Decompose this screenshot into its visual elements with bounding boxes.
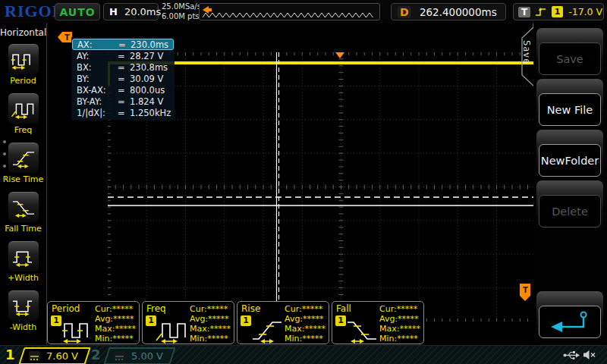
channel-status-bar: 1 7.60 V 2 5.00 V [0,345,607,364]
period-icon [11,49,36,71]
horizontal-measure-menu: Horizontal Period Freq Rise Time [0,24,47,345]
cursor-row-by-ay: BY-AY: = 1.824 V [71,96,175,107]
acquire-status-badge[interactable]: AUTO [55,3,100,20]
usb-icon [563,350,580,360]
oscilloscope-screen: { "top_bar": { "logo": "RIGOL", "acquire… [0,0,607,364]
softkey-return[interactable] [536,291,603,341]
measurement-box-rise[interactable]: Rise 1 Cur:***** Avg:***** Max:***** Min… [237,301,329,344]
trigger-box[interactable]: T 1 -17.0 V [513,3,604,20]
menu-label-period: Period [0,76,46,86]
graticule [108,52,574,322]
softkey-new-file[interactable]: New File [536,79,603,129]
menu-page-dot [3,152,6,155]
channel1-waveform-trace [108,61,574,64]
sound-muted-icon [583,350,596,360]
fall-icon [343,318,378,344]
period-icon [58,318,93,344]
channel1-status[interactable]: 7.60 V [18,347,90,364]
top-status-bar: RIGOL AUTO H 20.0ms 25.0MSa/s 6.00M pts … [0,0,607,25]
menu-label-rise-time: Rise Time [0,174,46,184]
channel2-status[interactable]: 5.00 V [103,347,175,364]
softkey-save[interactable]: Save [536,28,603,78]
trigger-position-marker-icon[interactable] [335,52,344,58]
preview-waveform-icon [201,5,378,20]
memory-depth: 6.00M pts [162,12,201,22]
channel2-scale: 5.00 V [131,350,163,362]
horizontal-label: H [109,6,118,17]
svg-text:T: T [523,286,528,294]
fall-time-icon [11,196,36,219]
channel2-number: 2 [91,347,101,362]
cursor-measurement-panel: AX: = 230.0ms AY: = 28.27 V BX: = 230.8m… [71,37,175,120]
rise-icon [248,318,283,344]
cursor-row-by: BY: = 30.09 V [71,73,175,84]
channel2-coupling-icon [114,351,125,361]
cursor-row-ay: AY: = 28.27 V [71,50,175,61]
trigger-source-chip: 1 [552,6,563,17]
waveform-preview[interactable] [199,3,380,20]
plus-width-icon [11,246,36,268]
delay-label: D [398,6,411,18]
channel1-coupling-icon [29,351,40,361]
menu-item-pos-width[interactable] [8,241,39,271]
channel1-number: 1 [5,347,15,362]
softkey-new-folder[interactable]: NewFolder [536,130,603,180]
right-menu-title: Save [521,40,532,64]
softkey-delete[interactable]: Delete [536,180,603,231]
trigger-offscreen-left-flag-icon: T [58,32,73,43]
freq-icon [153,318,188,344]
svg-text:T: T [64,33,70,42]
grid-lines [108,52,574,322]
return-arrow-icon [548,309,592,335]
delay-value: 262.400000ms [420,6,497,18]
channel1-scale: 7.60 V [46,350,78,362]
cursor-row-ax[interactable]: AX: = 230.0ms [72,39,174,50]
timebase-value: 20.0ms [124,6,161,17]
trigger-label: T [518,7,530,17]
menu-label-freq: Freq [0,125,46,135]
cursor-row-bx-ax: BX-AX: = 800.0us [71,84,175,96]
measurement-box-freq[interactable]: Freq 1 Cur:***** Avg:***** Max:***** Min… [142,301,234,344]
rising-edge-trigger-icon [535,6,547,17]
measurement-box-fall[interactable]: Fall 1 Cur:***** Avg:***** Max:***** Min… [332,301,424,344]
delay-box[interactable]: D 262.400000ms [391,3,506,20]
menu-page-dot [3,140,6,143]
menu-label-fall-time: Fall Time [0,224,46,234]
menu-label-neg-width: -Width [0,322,46,332]
menu-item-neg-width[interactable] [8,290,39,321]
menu-item-fall-time[interactable] [8,192,39,222]
cursor-row-bx: BX: = 230.8ms [71,61,175,73]
rise-time-icon [11,147,36,170]
timebase-box[interactable]: H 20.0ms [103,3,159,20]
save-softkey-menu: Save New File NewFolder Delete [533,24,607,345]
minus-width-icon [11,295,36,318]
sample-rate-block: 25.0MSa/s 6.00M pts [162,2,201,21]
menu-item-period[interactable] [8,44,39,74]
trigger-level-value: -17.0 V [568,6,602,17]
menu-item-freq[interactable] [8,93,39,124]
trigger-level-flag-icon[interactable]: T [520,284,531,302]
cursor-row-inv-dx: 1/|dX|: = 1.250kHz [71,107,175,118]
left-menu-title: Horizontal [0,27,46,38]
measurement-box-period[interactable]: Period 1 Cur:***** Avg:***** Max:***** M… [47,301,140,344]
menu-item-rise-time[interactable] [8,143,39,173]
menu-label-pos-width: +Width [0,273,46,283]
menu-page-dot [3,177,6,180]
sample-rate: 25.0MSa/s [162,2,201,12]
menu-page-dot [3,165,6,168]
freq-icon [11,98,36,121]
